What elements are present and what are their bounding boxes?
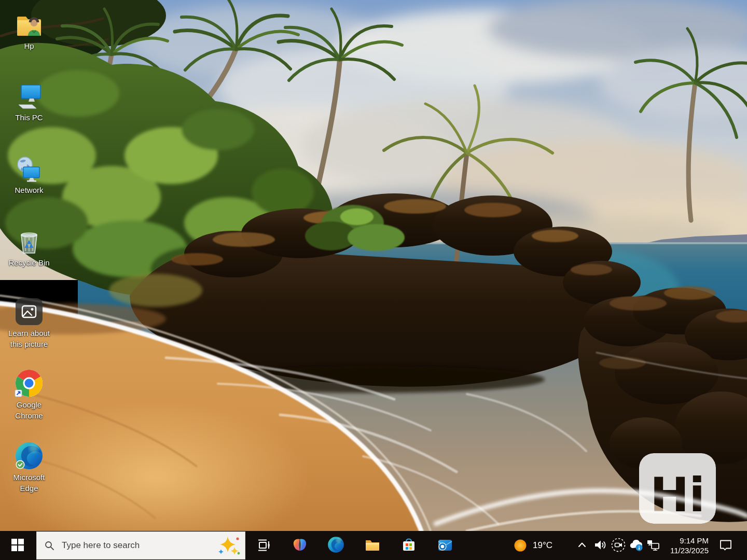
file-explorer-icon <box>364 537 381 555</box>
desktop-icon-label: This PC <box>15 113 43 123</box>
wallpaper-image <box>0 0 747 531</box>
weather-temperature: 19°C <box>533 540 552 551</box>
microsoft-store-button[interactable] <box>391 531 426 560</box>
desktop-icon-label: Learn about this picture <box>4 328 54 349</box>
clock[interactable]: 9:14 PM 11/23/2025 <box>663 531 709 560</box>
chevron-up-icon <box>576 539 588 552</box>
chrome-icon <box>14 368 44 398</box>
task-view-button[interactable] <box>245 531 281 560</box>
search-icon <box>44 540 54 551</box>
action-center-button[interactable] <box>715 531 737 560</box>
desktop-icon-hp[interactable]: Hp <box>3 9 55 52</box>
volume-button[interactable] <box>592 531 608 560</box>
sun-icon <box>514 539 527 552</box>
desktop-icon-recycle-bin[interactable]: Recycle Bin <box>3 226 55 269</box>
cloud-info-icon <box>628 537 644 554</box>
recycle-bin-icon <box>14 226 44 256</box>
edge-icon <box>14 441 44 471</box>
outlook-button[interactable] <box>427 531 463 560</box>
user-folder-icon <box>14 9 44 39</box>
hi-watermark: Hi <box>639 453 716 524</box>
task-view-icon <box>256 537 271 554</box>
desktop-icon-network[interactable]: Network <box>3 153 55 196</box>
desktop-icon-label: Hp <box>24 41 34 52</box>
picture-info-icon <box>14 297 44 327</box>
file-explorer-button[interactable] <box>354 531 390 560</box>
copilot-icon <box>292 537 308 555</box>
desktop-icon-label: Recycle Bin <box>8 258 49 269</box>
network-tray-button[interactable] <box>645 531 661 560</box>
desktop-icon-label: Microsoft Edge <box>4 472 54 494</box>
edge-taskbar-button[interactable] <box>318 531 354 560</box>
cloud-info-button[interactable] <box>628 531 644 560</box>
network-display-icon <box>646 538 660 554</box>
search-input[interactable] <box>61 540 217 551</box>
desktop-icon-label: Google Chrome <box>4 400 54 421</box>
edge-icon <box>327 536 344 555</box>
desktop-icon-microsoft-edge[interactable]: Microsoft Edge <box>3 441 55 494</box>
notification-icon <box>718 537 734 554</box>
taskbar: 19°C <box>0 531 747 560</box>
desktop-icon-label: Network <box>15 185 43 196</box>
outlook-icon <box>437 537 453 555</box>
start-button[interactable] <box>3 531 32 560</box>
this-pc-icon <box>14 81 44 111</box>
weather-widget[interactable]: 19°C <box>508 531 566 560</box>
camera-icon <box>611 538 626 554</box>
windows-logo-icon <box>11 538 24 553</box>
camera-button[interactable] <box>610 531 627 560</box>
clock-time: 9:14 PM <box>680 536 709 545</box>
desktop-icon-this-pc[interactable]: This PC <box>3 81 55 123</box>
clock-date: 11/23/2025 <box>670 545 709 555</box>
copilot-button[interactable] <box>282 531 317 560</box>
hidden-icons-button[interactable] <box>574 531 590 560</box>
microsoft-store-icon <box>400 537 417 555</box>
volume-icon <box>593 538 607 553</box>
network-icon <box>14 153 44 184</box>
bing-sparkle-icon <box>217 536 241 555</box>
desktop-screen: Hi Hp <box>0 0 747 560</box>
desktop-icon-learn-about-picture[interactable]: Learn about this picture <box>3 297 55 349</box>
desktop-icon-google-chrome[interactable]: Google Chrome <box>3 368 55 421</box>
search-box[interactable] <box>36 531 245 559</box>
